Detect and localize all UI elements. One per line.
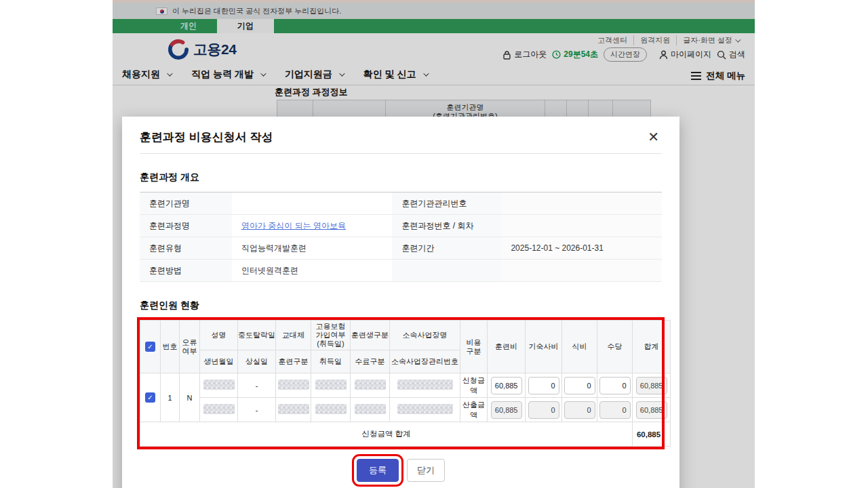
redacted-value <box>355 380 386 390</box>
col-meal: 식비 <box>562 321 597 373</box>
overview-heading: 훈련과정 개요 <box>140 171 662 184</box>
modal-header: 훈련과정 비용신청서 작성 ✕ <box>140 117 662 154</box>
request-training-fee-input[interactable] <box>491 377 522 394</box>
masked-training-type <box>276 398 311 422</box>
course-name-link[interactable]: 영아가 중심이 되는 영아보육 <box>241 221 346 230</box>
select-all-checkbox[interactable] <box>145 342 155 352</box>
col-completion: 수료구분 <box>351 350 390 373</box>
close-icon[interactable]: ✕ <box>645 129 662 145</box>
col-birth: 생년월일 <box>200 350 238 373</box>
total-cell <box>633 398 671 422</box>
col-training-type: 훈련구분 <box>276 350 311 373</box>
row-error: N <box>180 373 200 422</box>
overview-value: 직업능력개발훈련 <box>232 237 393 260</box>
masked-name <box>200 373 238 398</box>
masked-shift <box>276 373 311 398</box>
overview-value: 2025-12-01 ~ 2026-01-31 <box>501 237 662 260</box>
request-meal-input[interactable] <box>564 377 595 394</box>
redacted-value <box>278 404 309 414</box>
calc-training-fee-field <box>491 401 522 419</box>
masked-acq-date <box>311 398 351 422</box>
masked-birth <box>200 398 238 422</box>
close-button[interactable]: 닫기 <box>407 459 445 482</box>
col-acq-date: 취득일 <box>311 350 351 373</box>
row-dropout: - <box>238 373 276 398</box>
calc-lodging-field <box>528 401 559 419</box>
sum-value: 60,885 <box>633 422 671 447</box>
overview-value: 영아가 중심이 되는 영아보육 <box>232 215 393 237</box>
calc-allowance-field <box>599 401 631 419</box>
overview-label <box>392 260 501 282</box>
col-trainee: 훈련생구분 <box>351 321 390 350</box>
total-cell <box>633 373 671 398</box>
col-training-fee: 훈련비 <box>488 321 526 373</box>
redacted-value <box>315 380 347 390</box>
masked-trainee <box>351 373 390 398</box>
col-insurance: 고용보험 가입여부 (취득일) <box>311 321 351 350</box>
col-allowance: 수당 <box>597 321 633 373</box>
table-row: 훈련유형 직업능력개발훈련 훈련기간 2025-12-01 ~ 2026-01-… <box>140 237 662 260</box>
col-no: 번호 <box>161 321 180 373</box>
personnel-heading: 훈련인원 현황 <box>140 300 662 312</box>
row-no: 1 <box>161 373 180 422</box>
col-cost-type: 비용 구분 <box>460 321 488 373</box>
meal-cell <box>562 373 597 398</box>
overview-value <box>501 192 662 215</box>
redacted-value <box>397 404 453 414</box>
row-checkbox[interactable] <box>145 392 155 403</box>
personnel-table-annotation-box: 번호 오류 여부 성명 중도탈락일 교대제 고용보험 가입여부 (취득일) 훈련… <box>140 320 662 447</box>
masked-completion <box>351 398 390 422</box>
lodging-cell <box>526 373 562 398</box>
overview-label: 훈련방법 <box>140 260 232 282</box>
calc-meal-field <box>564 401 595 419</box>
table-row: 훈련방법 인터넷원격훈련 <box>140 260 662 282</box>
row-loss: - <box>238 398 276 422</box>
overview-label: 훈련기관관리번호 <box>392 192 501 215</box>
sum-row: 신청금액 합계 60,885 <box>140 422 671 447</box>
calc-total-field <box>636 401 667 419</box>
overview-value <box>232 192 393 215</box>
overview-value <box>501 260 662 282</box>
overview-label: 훈련기간 <box>392 237 501 260</box>
masked-workplace-no <box>390 398 460 422</box>
course-overview-table: 훈련기관명 훈련기관관리번호 훈련과정명 영아가 중심이 되는 영아보육 훈련과… <box>140 192 662 282</box>
row-select-cell <box>140 373 161 422</box>
masked-insurance <box>311 373 351 398</box>
allowance-cell <box>597 373 633 398</box>
col-workplace-no: 소속사업장관리번호 <box>390 350 460 373</box>
screen: 이 누리집은 대한민국 공식 전자정부 누리집입니다. 개인 기업 고용24 고… <box>0 0 868 488</box>
request-lodging-input[interactable] <box>528 377 559 394</box>
table-row: 훈련과정명 영아가 중심이 되는 영아보육 훈련과정번호 / 회차 <box>140 215 662 237</box>
overview-label: 훈련유형 <box>140 237 232 260</box>
sum-label: 신청금액 합계 <box>140 422 633 447</box>
col-shift: 교대제 <box>276 321 311 350</box>
col-error: 오류 여부 <box>180 321 200 373</box>
overview-label: 훈련기관명 <box>140 192 232 215</box>
overview-value: 인터넷원격훈련 <box>232 260 393 282</box>
col-lodging: 기숙사비 <box>526 321 562 373</box>
redacted-value <box>278 380 309 390</box>
training-fee-cell <box>488 398 526 422</box>
training-fee-cell <box>488 373 526 398</box>
modal-button-row: 등록 닫기 <box>140 459 662 482</box>
col-loss: 상실일 <box>238 350 276 373</box>
meal-cell <box>562 398 597 422</box>
lodging-cell <box>526 398 562 422</box>
col-name: 성명 <box>200 321 238 350</box>
col-workplace: 소속사업장명 <box>390 321 460 350</box>
overview-label: 훈련과정명 <box>140 215 232 237</box>
modal-title: 훈련과정 비용신청서 작성 <box>140 129 273 145</box>
register-button[interactable]: 등록 <box>357 459 399 482</box>
redacted-value <box>203 380 235 390</box>
table-row: - 산출금액 <box>140 398 671 422</box>
request-label: 신청금액 <box>460 373 488 398</box>
table-header-row: 번호 오류 여부 성명 중도탈락일 교대제 고용보험 가입여부 (취득일) 훈련… <box>140 321 671 350</box>
calc-label: 산출금액 <box>460 398 488 422</box>
masked-workplace <box>390 373 460 398</box>
col-total: 합계 <box>633 321 671 373</box>
cost-application-modal: 훈련과정 비용신청서 작성 ✕ 훈련과정 개요 훈련기관명 훈련기관관리번호 훈… <box>122 117 679 488</box>
allowance-cell <box>597 398 633 422</box>
select-all-cell <box>140 321 161 373</box>
request-allowance-input[interactable] <box>599 377 631 394</box>
redacted-value <box>315 404 347 414</box>
